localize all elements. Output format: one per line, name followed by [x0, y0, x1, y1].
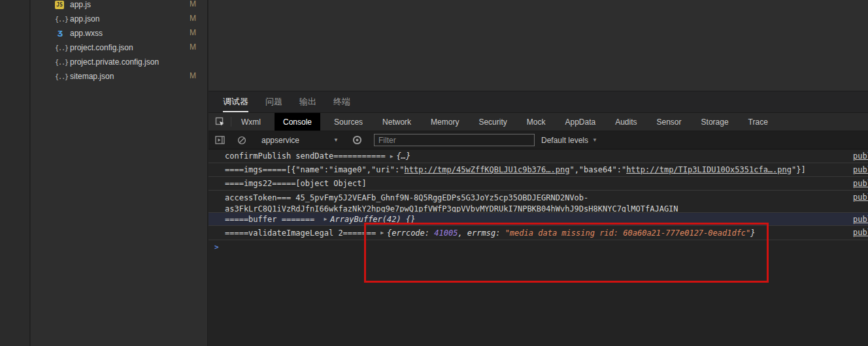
console-prompt[interactable]: > — [209, 240, 868, 253]
tab-appdata[interactable]: AppData — [558, 113, 603, 131]
expand-triangle-icon[interactable]: ▶ — [390, 153, 393, 159]
file-item-app-wxss[interactable]: Ʒ app.wxss M — [31, 26, 207, 40]
console-message-confirmpublish: confirmPublish sendDate=========== ▶ {…}… — [209, 149, 868, 163]
tab-sources[interactable]: Sources — [327, 113, 370, 131]
editor-empty-area — [209, 0, 868, 91]
file-item-project-private-config[interactable]: {..} project.private.config.json — [31, 55, 207, 69]
json-file-icon: {..} — [55, 44, 65, 52]
tab-trace[interactable]: Trace — [741, 113, 775, 131]
chevron-down-icon: ▼ — [592, 137, 597, 143]
tab-output[interactable]: 输出 — [299, 91, 316, 112]
source-location-link[interactable]: publ — [853, 151, 868, 161]
clear-console-button[interactable] — [231, 136, 253, 145]
wxss-file-icon: Ʒ — [55, 29, 65, 39]
expand-triangle-icon[interactable]: ▶ — [380, 230, 384, 236]
file-name: sitemap.json — [70, 72, 114, 81]
console-message-validateimagelegal: =====validateImageLegal 2======= ▶ {errc… — [209, 226, 868, 240]
source-location-link[interactable]: publ — [853, 193, 868, 202]
debugger-panel: 调试器 问题 输出 终端 Wxml Console Sources Networ… — [209, 91, 868, 346]
javascript-file-icon: JS — [55, 1, 64, 9]
execution-context-selector[interactable]: appservice ▼ — [261, 136, 339, 145]
console-message-imgs22: ====imgs22=====[object Object] publ — [209, 177, 868, 191]
tab-console[interactable]: Console — [275, 113, 320, 131]
sidebar-toggle-icon — [215, 136, 225, 144]
object-mid: , errmsg: — [458, 228, 505, 238]
source-location-link[interactable]: publ — [853, 165, 868, 174]
file-tree: JS app.js M {..} app.json M Ʒ app.wxss M… — [31, 0, 207, 84]
file-item-app-json[interactable]: {..} app.json M — [31, 12, 207, 26]
toggle-console-sidebar-button[interactable] — [209, 136, 231, 144]
console-message-accesstoken: accessToken=== 45_5pvFmy5J2VEAFb_Ghnf9N-… — [209, 191, 868, 213]
expand-triangle-icon[interactable]: ▶ — [324, 216, 327, 222]
errmsg-value: "media data missing rid: 60a60a21-777e01… — [505, 228, 751, 238]
tab-storage[interactable]: Storage — [694, 113, 736, 131]
console-message-buffer: =====buffer ======= ▶ ArrayBuffer(42) {}… — [209, 213, 868, 226]
error-object-preview[interactable]: {errcode: 41005, errmsg: "media data mis… — [387, 228, 756, 238]
tab-debugger[interactable]: 调试器 — [223, 91, 248, 112]
log-levels-value: Default levels — [541, 136, 588, 145]
debugger-tab-bar: 调试器 问题 输出 终端 — [209, 91, 868, 113]
create-live-expression-button[interactable] — [346, 135, 368, 145]
source-location-link[interactable]: publ — [853, 228, 868, 237]
tmp-base64-url-link[interactable]: http://tmp/TIp3LIDU10Ox5351cfa….png — [626, 165, 792, 174]
log-text: confirmPublish sendDate=========== — [225, 151, 386, 161]
log-text: "}] — [792, 165, 806, 174]
activity-bar — [0, 0, 30, 346]
json-file-icon: {..} — [55, 73, 65, 80]
source-location-link[interactable]: publ — [853, 179, 868, 188]
console-filter-input[interactable] — [374, 134, 535, 146]
file-name: app.json — [70, 14, 99, 24]
tab-sensor[interactable]: Sensor — [650, 113, 689, 131]
tab-wxml[interactable]: Wxml — [234, 113, 268, 131]
file-explorer-sidebar: JS app.js M {..} app.json M Ʒ app.wxss M… — [31, 0, 208, 346]
modified-badge: M — [190, 71, 196, 80]
prompt-chevron-icon: > — [214, 243, 219, 251]
modified-badge: M — [190, 0, 196, 8]
source-location-link[interactable]: publ — [853, 215, 868, 224]
tab-network[interactable]: Network — [375, 113, 418, 131]
eye-icon — [352, 135, 362, 145]
inspect-element-button[interactable] — [209, 113, 231, 131]
log-text: ","base64":" — [569, 165, 626, 174]
file-name: app.js — [70, 0, 91, 9]
file-name: app.wxss — [70, 29, 103, 38]
console-output: confirmPublish sendDate=========== ▶ {…}… — [209, 149, 868, 253]
console-message-imgs: ====imgs=====[{"name":"image0","uri":"ht… — [209, 163, 868, 177]
inspect-cursor-icon — [215, 117, 225, 127]
log-text: =====buffer ======= — [225, 215, 320, 224]
modified-badge: M — [190, 42, 196, 52]
json-file-icon: {..} — [55, 16, 65, 23]
log-text: ====imgs22=====[object Object] — [225, 179, 367, 188]
tab-terminal[interactable]: 终端 — [333, 91, 350, 112]
object-preview[interactable]: {…} — [396, 151, 410, 161]
errcode-value: 41005 — [434, 228, 458, 238]
tab-audits[interactable]: Audits — [608, 113, 644, 131]
file-item-app-js[interactable]: JS app.js M — [31, 0, 207, 12]
file-item-sitemap-json[interactable]: {..} sitemap.json M — [31, 69, 207, 84]
console-toolbar: appservice ▼ Default levels ▼ — [209, 131, 868, 149]
tab-mock[interactable]: Mock — [520, 113, 553, 131]
toolbar-separator — [231, 117, 231, 127]
tmp-image-url-link[interactable]: http://tmp/45wZffKQBLJU1c9b376….png — [405, 165, 570, 174]
log-levels-dropdown[interactable]: Default levels ▼ — [541, 136, 597, 145]
devtools-tab-bar: Wxml Console Sources Network Memory Secu… — [209, 113, 868, 131]
file-item-project-config[interactable]: {..} project.config.json M — [31, 40, 207, 55]
clear-console-icon — [237, 136, 246, 145]
tab-security[interactable]: Security — [471, 113, 514, 131]
arraybuffer-preview[interactable]: ArrayBuffer(42) {} — [330, 215, 415, 224]
json-file-icon: {..} — [55, 59, 65, 66]
object-open: {errcode: — [387, 228, 434, 238]
modified-badge: M — [190, 28, 196, 37]
log-text: as3FkLrC8Q1iVzRdJfnI66wkfazNkY2hpq9e7pwQ… — [225, 203, 868, 213]
log-text: =====validateImageLegal 2======= — [225, 228, 376, 238]
file-name: project.private.config.json — [70, 57, 159, 67]
modified-badge: M — [190, 14, 196, 23]
chevron-down-icon: ▼ — [333, 137, 339, 143]
object-close: } — [750, 228, 755, 238]
log-text: ====imgs=====[{"name":"image0","uri":" — [225, 165, 405, 174]
tab-memory[interactable]: Memory — [424, 113, 466, 131]
context-selector-value: appservice — [261, 136, 299, 145]
tab-problems[interactable]: 问题 — [265, 91, 282, 112]
file-name: project.config.json — [70, 43, 133, 52]
log-text: accessToken=== 45_5pvFmy5J2VEAFb_Ghnf9N-… — [225, 192, 868, 203]
